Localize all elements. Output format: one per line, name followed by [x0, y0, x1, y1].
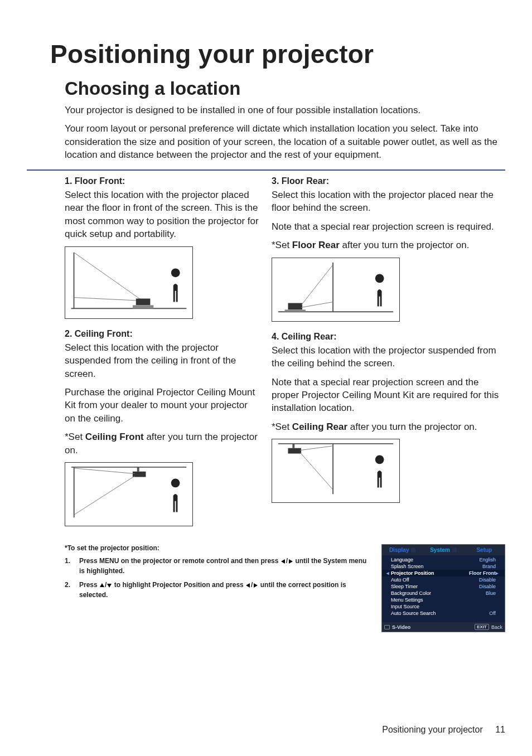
floor-rear-p2: Note that a special rear projection scre… — [272, 220, 505, 233]
svg-marker-24 — [281, 559, 285, 564]
svg-rect-15 — [285, 309, 306, 312]
ceiling-front-block: 2. Ceiling Front: Select this location w… — [27, 329, 260, 527]
svg-line-23 — [300, 453, 333, 490]
ceiling-front-set-pre: *Set — [65, 432, 85, 442]
svg-line-3 — [74, 297, 143, 301]
floor-rear-diagram — [272, 258, 400, 322]
svg-rect-14 — [288, 303, 303, 309]
page-number: 11 — [495, 725, 505, 734]
osd-row: Sleep TimerDisable — [382, 583, 505, 590]
foot-step-2-text: Press / to highlight Projector Position … — [79, 580, 368, 599]
svg-line-22 — [300, 446, 333, 450]
ceiling-front-p1: Select this location with the projector … — [65, 341, 260, 380]
ceiling-rear-set-bold: Ceiling Rear — [292, 421, 347, 432]
page-footer: Positioning your projector 11 — [382, 725, 505, 735]
osd-row-highlighted: ◂Projector PositionFloor Front▸ — [382, 570, 505, 576]
svg-rect-4 — [136, 298, 151, 305]
osd-row: Input Source — [382, 603, 505, 610]
intro-paragraph-2: Your room layout or personal preference … — [65, 122, 505, 161]
foot-step-2a: Press — [79, 581, 99, 589]
floor-rear-p1: Select this location with the projector … — [272, 188, 505, 215]
ceiling-front-head: 2. Ceiling Front: — [65, 329, 260, 339]
page-title: Positioning your projector — [50, 39, 505, 69]
osd-menu: Display System Setup LanguageEnglish Spl… — [381, 544, 505, 632]
foot-title: *To set the projector position: — [65, 544, 368, 552]
svg-line-2 — [74, 252, 143, 301]
ceiling-front-diagram — [65, 462, 193, 526]
triangle-right-icon: ▸ — [496, 570, 500, 576]
svg-line-10 — [74, 468, 135, 474]
ceiling-rear-p2: Note that a special rear projection scre… — [272, 376, 505, 415]
section-divider — [27, 169, 505, 171]
osd-body: LanguageEnglish Splash ScreenBrand ◂Proj… — [382, 555, 505, 622]
triangle-left-icon — [280, 558, 286, 566]
triangle-right-icon — [253, 581, 258, 590]
svg-rect-5 — [133, 305, 153, 308]
foot-step-1: 1. Press MENU on the projector or remote… — [65, 556, 368, 575]
positions-columns: 1. Floor Front: Select this location wit… — [27, 176, 505, 536]
osd-tab-setup: Setup — [464, 545, 505, 555]
svg-marker-27 — [107, 584, 112, 588]
floor-rear-svg — [272, 258, 399, 321]
osd-tab-system: System — [423, 545, 463, 555]
ceiling-rear-p1: Select this location with the projector … — [272, 344, 505, 370]
intro-paragraph-1: Your projector is designed to be install… — [65, 104, 505, 117]
floor-front-svg — [65, 247, 192, 318]
ceiling-rear-block: 4. Ceiling Rear: Select this location wi… — [272, 332, 505, 503]
triangle-right-icon — [288, 558, 293, 566]
floor-rear-block: 3. Floor Rear: Select this location with… — [272, 176, 505, 322]
ceiling-rear-set-post: after you turn the projector on. — [347, 421, 477, 432]
ceiling-rear-set: *Set Ceiling Rear after you turn the pro… — [272, 420, 505, 433]
page-footer-text: Positioning your projector — [382, 725, 483, 734]
foot-step-2: 2. Press / to highlight Projector Positi… — [65, 580, 368, 599]
floor-rear-set-post: after you turn the projector on. — [340, 240, 469, 250]
ceiling-front-set-bold: Ceiling Front — [85, 432, 144, 442]
osd-row: LanguageEnglish — [382, 556, 505, 563]
svg-marker-28 — [246, 583, 250, 588]
ceiling-front-svg — [65, 463, 192, 526]
floor-front-text: Select this location with the projector … — [65, 188, 260, 241]
foot-step-1-text: Press MENU on the projector or remote co… — [79, 556, 368, 575]
svg-rect-8 — [137, 467, 139, 472]
osd-back-label: Back — [491, 624, 502, 630]
ceiling-rear-head: 4. Ceiling Rear: — [272, 332, 505, 342]
ceiling-front-set: *Set Ceiling Front after you turn the pr… — [65, 430, 260, 457]
osd-row: Auto Source SearchOff — [382, 610, 505, 617]
osd-tab-display: Display — [382, 545, 423, 555]
floor-rear-set-pre: *Set — [272, 240, 292, 250]
foot-steps: *To set the projector position: 1. Press… — [65, 544, 368, 632]
foot-step-2-num: 2. — [65, 580, 72, 599]
floor-front-head: 1. Floor Front: — [65, 176, 260, 186]
floor-rear-set-bold: Floor Rear — [292, 240, 340, 250]
floor-front-block: 1. Floor Front: Select this location wit… — [27, 176, 260, 319]
footer-instructions: *To set the projector position: 1. Press… — [65, 544, 505, 632]
triangle-left-icon — [245, 581, 251, 590]
svg-rect-21 — [288, 448, 302, 454]
svg-marker-29 — [254, 583, 258, 588]
tab-indicator-icon — [452, 548, 457, 553]
section-heading: Choosing a location — [65, 78, 505, 99]
osd-footer: S-Video EXIT Back — [382, 622, 505, 632]
osd-tabs: Display System Setup — [382, 545, 505, 555]
osd-row: Background ColorBlue — [382, 590, 505, 597]
foot-step-1a: Press MENU on the projector or remote co… — [79, 557, 280, 565]
svg-line-16 — [301, 264, 333, 305]
osd-row: Splash ScreenBrand — [382, 563, 505, 570]
floor-front-diagram — [65, 246, 193, 319]
floor-rear-set: *Set Floor Rear after you turn the proje… — [272, 239, 505, 251]
osd-source: S-Video — [384, 624, 472, 630]
ceiling-rear-set-pre: *Set — [272, 421, 292, 432]
ceiling-rear-svg — [272, 439, 399, 502]
column-right: 3. Floor Rear: Select this location with… — [272, 176, 505, 536]
ceiling-rear-diagram — [272, 439, 400, 503]
svg-rect-20 — [292, 444, 294, 448]
foot-step-1-num: 1. — [65, 556, 72, 575]
svg-line-11 — [74, 476, 135, 515]
svg-line-17 — [301, 302, 333, 307]
osd-exit-button: EXIT — [475, 624, 489, 630]
osd-row: Menu Settings — [382, 597, 505, 603]
source-icon — [384, 625, 390, 629]
ceiling-front-p2: Purchase the original Projector Ceiling … — [65, 386, 260, 425]
triangle-left-icon: ◂ — [386, 570, 391, 576]
column-left: 1. Floor Front: Select this location wit… — [27, 176, 260, 536]
